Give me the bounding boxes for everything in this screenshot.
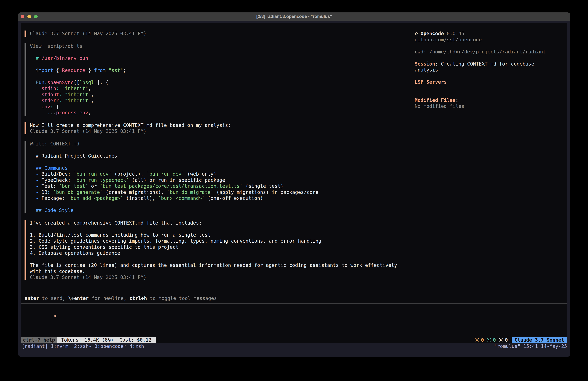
text-span: ## Code Style bbox=[36, 207, 74, 213]
text-span: (one-off execution) bbox=[205, 195, 263, 201]
traffic-lights bbox=[21, 12, 38, 21]
text-span bbox=[62, 98, 65, 103]
text-span: process.env bbox=[56, 110, 88, 115]
window-titlebar[interactable]: [2/3] radiant:3:opencode - "romulus" bbox=[18, 12, 570, 21]
close-button[interactable] bbox=[21, 15, 24, 18]
text-span: with this codebase. bbox=[30, 269, 85, 274]
text-span: DB: bbox=[42, 189, 53, 195]
text-span: `bun run dev` bbox=[74, 171, 111, 177]
text-span: (single test) bbox=[243, 183, 284, 189]
zoom-button[interactable] bbox=[34, 15, 38, 18]
text-span: (all) or run in specific package bbox=[129, 177, 225, 183]
text-span: - bbox=[36, 171, 42, 177]
text-span: (web only) bbox=[184, 171, 216, 177]
text-span: or bbox=[88, 183, 100, 189]
composer: enter to send, \+enter for newline, ctrl… bbox=[21, 295, 567, 313]
message-line: ## Code Style bbox=[30, 207, 564, 213]
text-span: OpenCode bbox=[420, 31, 444, 36]
text-span: + bbox=[71, 295, 74, 301]
sidebar-line bbox=[415, 55, 567, 61]
text-span: Package: bbox=[42, 195, 68, 201]
tmux-status-left[interactable]: [radiant] 1:nvim 2:zsh- 3:opencode* 4:zs… bbox=[22, 343, 144, 349]
text-span: (project), bbox=[111, 171, 147, 177]
text-span: ([ bbox=[74, 80, 79, 85]
text-span: for newline, bbox=[89, 295, 129, 301]
text-span bbox=[30, 86, 42, 91]
tokens-cost-chip: Tokens: 16.4K (8%), Cost: $0.12 bbox=[57, 337, 156, 343]
text-span: View: script/db.ts bbox=[30, 43, 82, 49]
message-line: I've created a comprehensive CONTEXT.md … bbox=[30, 220, 564, 226]
message-input[interactable]: > bbox=[21, 307, 567, 313]
status-bar: ctrl+? help Tokens: 16.4K (8%), Cost: $0… bbox=[21, 337, 567, 343]
h-circle-icon: h bbox=[499, 338, 503, 342]
text-span: ], { bbox=[97, 80, 108, 85]
text-span: (apply migrations) in packages/core bbox=[213, 189, 318, 195]
text-span: Build/Dev: bbox=[42, 171, 74, 177]
text-span: Modified Files: bbox=[415, 97, 459, 103]
text-span bbox=[30, 110, 47, 115]
message-line: - TypeCheck: `bun run typecheck` (all) o… bbox=[30, 177, 564, 183]
text-span: 1. Build/lint/test commands including ho… bbox=[30, 232, 210, 238]
message-line: Now I'll create a comprehensive CONTEXT.… bbox=[30, 122, 564, 128]
text-span: I've created a comprehensive CONTEXT.md … bbox=[30, 220, 202, 226]
minimize-button[interactable] bbox=[27, 15, 31, 18]
text-span: analysis bbox=[415, 67, 438, 73]
text-span: 2. Code style guidelines covering import… bbox=[30, 238, 321, 244]
text-span bbox=[30, 67, 36, 73]
text-span: . bbox=[44, 80, 47, 85]
tool-write-block: Write: CONTEXT.md # Radiant Project Guid… bbox=[24, 141, 564, 213]
text-span: : bbox=[56, 86, 59, 91]
text-span bbox=[30, 183, 36, 189]
text-span: import bbox=[36, 67, 53, 73]
text-span bbox=[30, 189, 36, 195]
sidebar-line bbox=[415, 43, 567, 49]
text-span: github.com/sst/opencode bbox=[415, 37, 482, 43]
diagnostics-group: w0i0h0 bbox=[475, 337, 508, 343]
text-span: `bun run dev` bbox=[147, 171, 185, 177]
text-span: 3. CSS styling conventions specific to t… bbox=[30, 244, 178, 250]
sidebar-line: © OpenCode 0.0.45 bbox=[415, 30, 567, 37]
text-span: env bbox=[42, 104, 50, 110]
message-line: 4. Database operations guidance bbox=[30, 250, 564, 256]
assistant-message-block: Now I'll create a comprehensive CONTEXT.… bbox=[24, 122, 564, 134]
text-span: "inherit" bbox=[62, 86, 88, 91]
text-span bbox=[59, 86, 62, 91]
text-span: , bbox=[88, 110, 91, 115]
session-sidebar: © OpenCode 0.0.45github.com/sst/opencode… bbox=[415, 30, 567, 109]
text-span: , bbox=[88, 86, 91, 91]
text-span: # Radiant Project Guidelines bbox=[36, 153, 117, 159]
text-span bbox=[30, 171, 36, 177]
text-span: - bbox=[36, 189, 42, 195]
status-right-group: w0i0h0 Claude 3.7 Sonnet bbox=[475, 337, 567, 343]
text-span: : bbox=[59, 98, 62, 103]
message-line bbox=[30, 201, 564, 207]
text-span: (create migrations), bbox=[103, 189, 167, 195]
sidebar-line: cwd: /home/thdxr/dev/projects/radiant/ra… bbox=[415, 49, 567, 55]
text-span: "sst" bbox=[109, 67, 123, 73]
text-span bbox=[30, 153, 36, 159]
sidebar-line bbox=[415, 85, 567, 91]
text-span: Bun bbox=[36, 80, 44, 85]
text-span: `bun run typecheck` bbox=[74, 177, 129, 183]
text-span: { bbox=[56, 104, 59, 110]
text-span: The file is concise (20 lines) and captu… bbox=[30, 262, 397, 268]
terminal-window: [2/3] radiant:3:opencode - "romulus" Cla… bbox=[18, 12, 570, 357]
message-line: 1. Build/lint/test commands including ho… bbox=[30, 232, 564, 238]
sidebar-line: analysis bbox=[415, 67, 567, 73]
input-area-empty-space[interactable] bbox=[21, 313, 567, 337]
text-span: , bbox=[91, 92, 94, 97]
diagnostic-count: 0 bbox=[481, 337, 484, 343]
text-span: to send, bbox=[39, 295, 68, 301]
message-line: # Radiant Project Guidelines bbox=[30, 153, 564, 159]
text-span: Now I'll create a comprehensive CONTEXT.… bbox=[30, 122, 231, 128]
sidebar-line bbox=[415, 91, 567, 97]
text-span: Claude 3.7 Sonnet (14 May 2025 03:41 PM) bbox=[30, 128, 146, 134]
text-span: `bun add <package>` bbox=[68, 195, 123, 201]
message-line: Write: CONTEXT.md bbox=[30, 141, 564, 147]
text-span: (install), bbox=[123, 195, 158, 201]
text-span: from bbox=[94, 67, 105, 73]
text-span: \ bbox=[68, 295, 71, 301]
text-span: , bbox=[91, 98, 94, 103]
text-span: spawnSync bbox=[47, 80, 74, 85]
text-span bbox=[30, 104, 42, 110]
